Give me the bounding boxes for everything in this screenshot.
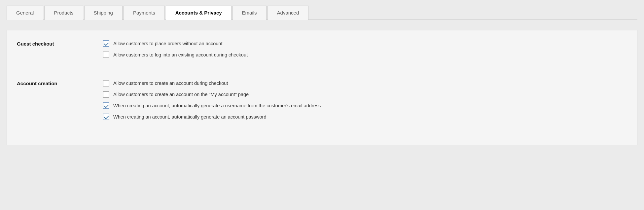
tab-payments[interactable]: Payments: [124, 6, 165, 20]
account-creation-label: Account creation: [17, 80, 103, 86]
checkbox-create-account-my-account-page[interactable]: [103, 91, 109, 98]
tabs-bar: General Products Shipping Payments Accou…: [7, 5, 637, 20]
checkbox-auto-generate-username[interactable]: [103, 102, 109, 109]
tab-accounts-privacy[interactable]: Accounts & Privacy: [166, 6, 232, 20]
tab-shipping[interactable]: Shipping: [84, 6, 123, 20]
checkbox-row-create-my-account: Allow customers to create an account on …: [103, 91, 627, 98]
tab-general[interactable]: General: [7, 6, 43, 20]
checkbox-row-allow-orders: Allow customers to place orders without …: [103, 40, 627, 47]
checkbox-create-account-during-checkout[interactable]: [103, 80, 109, 87]
tab-products[interactable]: Products: [44, 6, 83, 20]
tab-emails[interactable]: Emails: [233, 6, 267, 20]
checkbox-row-allow-login: Allow customers to log into an existing …: [103, 52, 627, 58]
tab-advanced[interactable]: Advanced: [268, 6, 309, 20]
checkbox-row-auto-password: When creating an account, automatically …: [103, 114, 627, 120]
checkbox-label-auto-username[interactable]: When creating an account, automatically …: [113, 103, 321, 108]
section-divider: [17, 70, 627, 70]
account-creation-options: Allow customers to create an account dur…: [103, 80, 627, 120]
checkbox-allow-orders-without-account[interactable]: [103, 40, 109, 47]
guest-checkout-section: Guest checkout Allow customers to place …: [17, 40, 627, 58]
checkbox-label-allow-orders[interactable]: Allow customers to place orders without …: [113, 41, 222, 46]
checkbox-row-auto-username: When creating an account, automatically …: [103, 102, 627, 109]
checkbox-auto-generate-password[interactable]: [103, 114, 109, 120]
guest-checkout-label: Guest checkout: [17, 40, 103, 47]
checkbox-label-create-my-account[interactable]: Allow customers to create an account on …: [113, 92, 249, 97]
content-area: Guest checkout Allow customers to place …: [7, 30, 637, 145]
checkbox-label-create-during-checkout[interactable]: Allow customers to create an account dur…: [113, 81, 228, 86]
checkbox-label-auto-password[interactable]: When creating an account, automatically …: [113, 114, 266, 120]
page-container: General Products Shipping Payments Accou…: [0, 0, 644, 210]
checkbox-row-create-during-checkout: Allow customers to create an account dur…: [103, 80, 627, 87]
checkbox-label-allow-login[interactable]: Allow customers to log into an existing …: [113, 52, 248, 57]
checkbox-allow-login-during-checkout[interactable]: [103, 52, 109, 58]
guest-checkout-options: Allow customers to place orders without …: [103, 40, 627, 58]
account-creation-section: Account creation Allow customers to crea…: [17, 80, 627, 120]
